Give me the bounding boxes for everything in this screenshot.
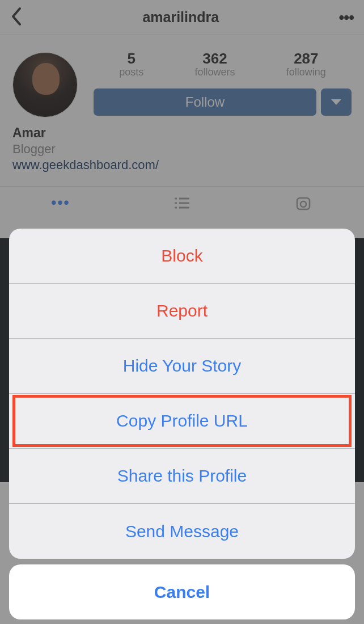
action-copy-profile-url[interactable]: Copy Profile URL xyxy=(9,394,355,449)
action-block[interactable]: Block xyxy=(9,229,355,284)
action-copy-profile-url-label: Copy Profile URL xyxy=(116,411,248,431)
action-share-profile[interactable]: Share this Profile xyxy=(9,449,355,504)
action-send-message[interactable]: Send Message xyxy=(9,504,355,559)
action-cancel[interactable]: Cancel xyxy=(9,564,355,619)
action-report[interactable]: Report xyxy=(9,284,355,339)
action-sheet: Block Report Hide Your Story Copy Profil… xyxy=(9,229,355,619)
action-hide-story[interactable]: Hide Your Story xyxy=(9,339,355,394)
